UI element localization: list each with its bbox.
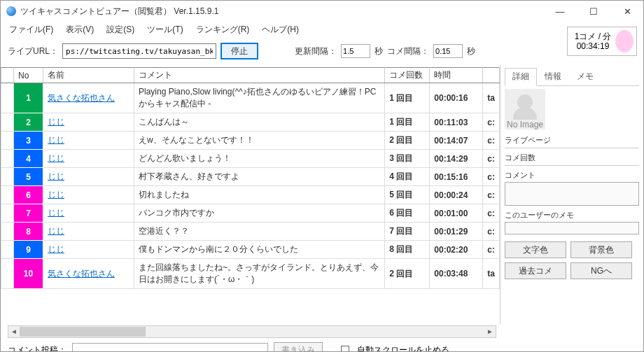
post-label: コメント投稿： bbox=[8, 344, 66, 353]
cell-no: 1 bbox=[14, 83, 43, 113]
h-scrollbar[interactable]: ◄ ► bbox=[8, 325, 496, 338]
cell-name[interactable]: じじ bbox=[43, 150, 134, 168]
autoscroll-checkbox[interactable] bbox=[341, 346, 349, 352]
col-extra[interactable] bbox=[483, 68, 500, 83]
comment-table: No 名前 コメント コメ回数 時間 1気さくな拓也さんPlaying Pian… bbox=[1, 67, 500, 289]
table-row[interactable]: 5じじ村下孝蔵さん、好きですよ4 回目00:15:16c: bbox=[1, 168, 500, 186]
scroll-left-icon[interactable]: ◄ bbox=[8, 326, 20, 337]
cell-extra: c: bbox=[483, 186, 500, 204]
col-count[interactable]: コメ回数 bbox=[385, 68, 430, 83]
menu-help[interactable]: ヘルプ(H) bbox=[262, 24, 299, 36]
cell-name[interactable]: じじ bbox=[43, 223, 134, 241]
cell-name[interactable]: じじ bbox=[43, 113, 134, 132]
memo-box[interactable] bbox=[505, 222, 639, 234]
cell-extra: c: bbox=[483, 241, 500, 259]
col-time[interactable]: 時間 bbox=[430, 68, 483, 83]
cell-comment: バンコク市内ですか bbox=[134, 204, 385, 223]
col-name[interactable]: 名前 bbox=[43, 68, 134, 83]
cell-count: 2 回目 bbox=[385, 132, 430, 150]
lbl-count: コメ回数 bbox=[505, 153, 639, 163]
menu-settings[interactable]: 設定(S) bbox=[106, 24, 134, 36]
cell-count: 5 回目 bbox=[385, 186, 430, 204]
cell-name[interactable]: じじ bbox=[43, 168, 134, 186]
gap-input[interactable] bbox=[433, 44, 463, 58]
btn-past[interactable]: 過去コメ bbox=[505, 262, 566, 279]
cell-extra: c: bbox=[483, 223, 500, 241]
table-row[interactable]: 3じじえw、そんなことないです！！2 回目00:14:07c: bbox=[1, 132, 500, 150]
cell-count: 1 回目 bbox=[385, 113, 430, 132]
url-input[interactable] bbox=[62, 43, 216, 59]
menu-view[interactable]: 表示(V) bbox=[66, 24, 94, 36]
cell-count: 8 回目 bbox=[385, 241, 430, 259]
cell-count: 3 回目 bbox=[385, 150, 430, 168]
cell-count: 4 回目 bbox=[385, 168, 430, 186]
window-title: ツイキャスコメントビュアー（閲覧君） Ver.1.15.9.1 bbox=[20, 6, 550, 17]
meter-box: 1コメ / 分 00:34:19 bbox=[567, 27, 637, 56]
table-row[interactable]: 2じじこんばんは～1 回目00:11:03c: bbox=[1, 113, 500, 132]
cell-extra: c: bbox=[483, 132, 500, 150]
cell-no: 5 bbox=[14, 168, 43, 186]
cell-no: 9 bbox=[14, 241, 43, 259]
cell-name[interactable]: じじ bbox=[43, 186, 134, 204]
cell-name[interactable]: じじ bbox=[43, 132, 134, 150]
cell-time: 00:02:20 bbox=[430, 241, 483, 259]
cell-name[interactable]: 気さくな拓也さん bbox=[43, 83, 134, 113]
titlebar: ツイキャスコメントビュアー（閲覧君） Ver.1.15.9.1 ― ☐ ✕ bbox=[1, 1, 643, 22]
cell-count: 7 回目 bbox=[385, 223, 430, 241]
sec-label-1: 秒 bbox=[374, 45, 383, 57]
cell-extra: c: bbox=[483, 204, 500, 223]
table-row[interactable]: 10気さくな拓也さんまた回線落ちましたね~。さっすがタイランド。とりあえず、今日… bbox=[1, 259, 500, 289]
post-input[interactable] bbox=[72, 343, 268, 352]
lbl-comment: コメント bbox=[505, 170, 639, 181]
tab-detail[interactable]: 詳細 bbox=[505, 68, 537, 86]
cell-name[interactable]: じじ bbox=[43, 241, 134, 259]
interval-input[interactable] bbox=[341, 44, 370, 58]
table-row[interactable]: 7じじバンコク市内ですか6 回目00:01:00c: bbox=[1, 204, 500, 223]
sec-label-2: 秒 bbox=[467, 45, 475, 57]
btn-textcolor[interactable]: 文字色 bbox=[505, 241, 566, 258]
btn-bgcolor[interactable]: 背景色 bbox=[570, 241, 632, 258]
table-row[interactable]: 1気さくな拓也さんPlaying Piano,Slow living(^^♪拓也… bbox=[1, 83, 500, 113]
scroll-thumb[interactable] bbox=[20, 327, 146, 337]
cell-extra: ta bbox=[483, 259, 500, 289]
cell-no: 8 bbox=[14, 223, 43, 241]
cell-comment: 切れましたね bbox=[134, 186, 385, 204]
close-icon[interactable]: ✕ bbox=[617, 6, 638, 17]
cell-comment: また回線落ちましたね~。さっすがタイランド。とりあえず、今日はお開きにします(´… bbox=[134, 259, 385, 289]
tab-info[interactable]: 情報 bbox=[537, 68, 569, 85]
menu-ranking[interactable]: ランキング(R) bbox=[196, 24, 250, 36]
btn-ng[interactable]: NGへ bbox=[570, 262, 632, 279]
cell-count: 6 回目 bbox=[385, 204, 430, 223]
interval-label: 更新間隔： bbox=[295, 45, 337, 57]
minimize-icon[interactable]: ― bbox=[550, 6, 570, 17]
cell-count: 1 回目 bbox=[385, 83, 430, 113]
col-no[interactable]: No bbox=[14, 68, 43, 83]
stop-button[interactable]: 停止 bbox=[220, 43, 258, 59]
side-panel: 詳細 情報 メモ No Image ライブページ コメ回数 コメント このユーザ… bbox=[500, 65, 643, 324]
cell-comment: 村下孝蔵さん、好きですよ bbox=[134, 168, 385, 186]
cell-time: 00:14:07 bbox=[430, 132, 483, 150]
scroll-right-icon[interactable]: ► bbox=[484, 326, 496, 337]
cell-extra: c: bbox=[483, 150, 500, 168]
lbl-livepage: ライブページ bbox=[505, 135, 639, 146]
maximize-icon[interactable]: ☐ bbox=[583, 6, 604, 17]
post-button[interactable]: 書き込み bbox=[274, 342, 323, 352]
cell-no: 2 bbox=[14, 113, 43, 132]
cell-name[interactable]: じじ bbox=[43, 204, 134, 223]
tab-memo[interactable]: メモ bbox=[569, 68, 601, 85]
cell-count: 2 回目 bbox=[385, 259, 430, 289]
col-comment[interactable]: コメント bbox=[134, 68, 385, 83]
cell-comment: こんばんは～ bbox=[134, 113, 385, 132]
comment-box[interactable] bbox=[505, 182, 639, 206]
cell-no: 3 bbox=[14, 132, 43, 150]
cell-time: 00:01:00 bbox=[430, 204, 483, 223]
cell-comment: 僕もドンマンから南に２０分くらいでした bbox=[134, 241, 385, 259]
table-row[interactable]: 4じじどんどん歌いましょう！3 回目00:14:29c: bbox=[1, 150, 500, 168]
cell-time: 00:03:48 bbox=[430, 259, 483, 289]
menu-file[interactable]: ファイル(F) bbox=[9, 24, 53, 36]
table-row[interactable]: 8じじ空港近く？？7 回目00:01:29c: bbox=[1, 223, 500, 241]
table-row[interactable]: 6じじ切れましたね5 回目00:00:24c: bbox=[1, 186, 500, 204]
cell-name[interactable]: 気さくな拓也さん bbox=[43, 259, 134, 289]
menu-tools[interactable]: ツール(T) bbox=[147, 24, 183, 36]
table-row[interactable]: 9じじ僕もドンマンから南に２０分くらいでした8 回目00:02:20c: bbox=[1, 241, 500, 259]
